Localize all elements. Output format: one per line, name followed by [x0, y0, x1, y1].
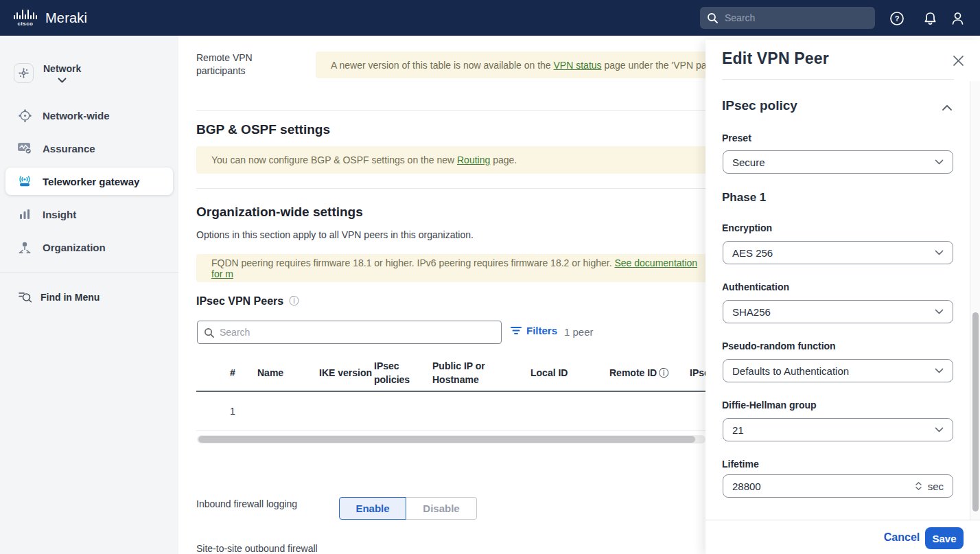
- chevron-down-icon: [935, 309, 944, 314]
- col-public-ip[interactable]: Public IP or Hostname: [432, 360, 530, 386]
- encryption-select[interactable]: AES 256: [723, 241, 953, 264]
- preset-value: Secure: [732, 157, 765, 168]
- svg-text:?: ?: [894, 14, 899, 23]
- col-name[interactable]: Name: [257, 367, 319, 380]
- col-local-id[interactable]: Local ID: [530, 367, 609, 380]
- row-number: 1: [230, 406, 257, 417]
- col-number[interactable]: #: [230, 367, 257, 380]
- sidebar-item-label: Organization: [43, 242, 106, 253]
- sidebar-divider: [0, 272, 178, 273]
- peer-count: 1 peer: [564, 326, 594, 338]
- prf-select[interactable]: Defaults to Authentication: [723, 359, 953, 382]
- inbound-firewall-logging-label: Inbound firewall logging: [196, 498, 297, 511]
- sidebar-item-label: Assurance: [43, 143, 95, 154]
- dh-group-select[interactable]: 21: [723, 418, 953, 441]
- clipped-row-remnant: [185, 36, 803, 39]
- panel-vertical-scrollbar[interactable]: [970, 81, 980, 520]
- sidebar-item-label: Insight: [43, 209, 76, 220]
- search-icon: [707, 12, 718, 23]
- insight-bars-icon: [17, 207, 32, 222]
- table-row[interactable]: 1: [196, 392, 738, 431]
- peers-search-input[interactable]: [220, 327, 480, 338]
- notice-text: FQDN peering requires firmware 18.1 or h…: [211, 257, 615, 268]
- chevron-down-icon: [935, 368, 944, 373]
- prf-value: Defaults to Authentication: [732, 365, 849, 377]
- chevron-down-icon: [935, 250, 944, 255]
- network-hub-icon: [14, 63, 34, 83]
- filters-label: Filters: [526, 325, 557, 336]
- notice-text: page under the 'VPN part: [602, 60, 712, 71]
- sidebar-item-label: Teleworker gateway: [43, 176, 139, 187]
- lifetime-input[interactable]: [732, 481, 890, 492]
- col-ike-version[interactable]: IKE version: [319, 367, 374, 380]
- notice-text: page.: [490, 154, 517, 165]
- find-in-menu-button[interactable]: Find in Menu: [5, 284, 173, 311]
- global-search[interactable]: [700, 7, 875, 29]
- encryption-value: AES 256: [732, 247, 773, 259]
- find-in-menu-label: Find in Menu: [40, 292, 100, 303]
- enable-button[interactable]: Enable: [339, 497, 406, 520]
- panel-footer-divider: [705, 520, 980, 520]
- org-settings-description: Options in this section apply to all VPN…: [196, 229, 677, 242]
- notifications-bell-icon[interactable]: [922, 10, 938, 26]
- col-ipsec-policies[interactable]: IPsec policies: [374, 360, 432, 386]
- help-icon[interactable]: ?: [889, 10, 905, 26]
- sidebar-item-assurance[interactable]: Assurance: [5, 135, 173, 162]
- network-selector[interactable]: Network: [14, 63, 81, 83]
- encryption-label: Encryption: [722, 222, 772, 233]
- ipsec-policy-section-heading: IPsec policy: [722, 98, 797, 113]
- org-settings-heading: Organization-wide settings: [196, 205, 363, 220]
- routing-link[interactable]: Routing: [457, 154, 490, 165]
- preset-select[interactable]: Secure: [723, 150, 953, 174]
- info-icon[interactable]: ⓘ: [289, 295, 299, 308]
- bgp-ospf-heading: BGP & OSPF settings: [196, 122, 330, 137]
- scrollbar-thumb[interactable]: [198, 436, 695, 443]
- inbound-firewall-toggle: Enable Disable: [339, 497, 477, 520]
- sidebar-item-label: Network-wide: [43, 110, 110, 122]
- col-remote-id[interactable]: Remote ID: [609, 367, 659, 380]
- dh-group-label: Diffie-Hellman group: [722, 400, 817, 411]
- peers-table: # Name IKE version IPsec policies Public…: [196, 356, 738, 431]
- sidebar: Network Network-wide Assurance Teleworke…: [0, 36, 178, 554]
- disable-button[interactable]: Disable: [406, 497, 477, 520]
- sidebar-item-insight[interactable]: Insight: [5, 200, 173, 228]
- authentication-label: Authentication: [722, 281, 789, 292]
- filters-button[interactable]: Filters: [511, 325, 557, 336]
- lifetime-label: Lifetime: [722, 459, 759, 470]
- cisco-logo-icon: cisco: [14, 10, 37, 27]
- user-account-icon[interactable]: [950, 10, 966, 26]
- save-button[interactable]: Save: [925, 527, 964, 549]
- edit-vpn-peer-panel: Edit VPN Peer IPsec policy Preset Secure…: [705, 40, 980, 554]
- vpn-status-link[interactable]: VPN status: [554, 60, 602, 71]
- filter-funnel-icon: [511, 326, 522, 335]
- close-icon[interactable]: [950, 52, 966, 69]
- lifetime-field: sec: [723, 474, 953, 498]
- find-in-menu-icon: [17, 290, 32, 305]
- number-stepper-icon[interactable]: [915, 482, 922, 490]
- teleworker-gateway-icon: [17, 174, 32, 189]
- sidebar-item-organization[interactable]: Organization: [5, 233, 173, 261]
- assurance-icon: [17, 141, 32, 156]
- chevron-down-icon[interactable]: [58, 78, 67, 83]
- chevron-down-icon: [935, 427, 944, 432]
- global-search-input[interactable]: [725, 12, 855, 23]
- table-horizontal-scrollbar[interactable]: [197, 435, 705, 443]
- sidebar-item-teleworker-gateway[interactable]: Teleworker gateway: [5, 168, 173, 195]
- peers-search[interactable]: [197, 321, 502, 344]
- remote-vpn-participants-label: Remote VPN participants: [196, 51, 272, 78]
- bgp-routing-notice: You can now configure BGP & OSPF setting…: [196, 146, 719, 174]
- cisco-logo-text: cisco: [18, 21, 34, 27]
- authentication-select[interactable]: SHA256: [723, 300, 953, 323]
- table-header-row: # Name IKE version IPsec policies Public…: [196, 356, 738, 392]
- chevron-up-icon[interactable]: [942, 102, 953, 114]
- ipsec-vpn-peers-heading: IPsec VPN Peers ⓘ: [196, 295, 299, 308]
- lifetime-unit: sec: [928, 481, 944, 492]
- cancel-button[interactable]: Cancel: [883, 530, 921, 545]
- notice-text: You can now configure BGP & OSPF setting…: [211, 154, 457, 165]
- authentication-value: SHA256: [732, 306, 771, 318]
- info-icon[interactable]: ⓘ: [659, 367, 668, 380]
- phase1-heading: Phase 1: [722, 191, 766, 205]
- prf-label: Pseudo-random function: [722, 341, 836, 351]
- sidebar-item-network-wide[interactable]: Network-wide: [5, 102, 173, 129]
- scrollbar-thumb[interactable]: [972, 312, 979, 511]
